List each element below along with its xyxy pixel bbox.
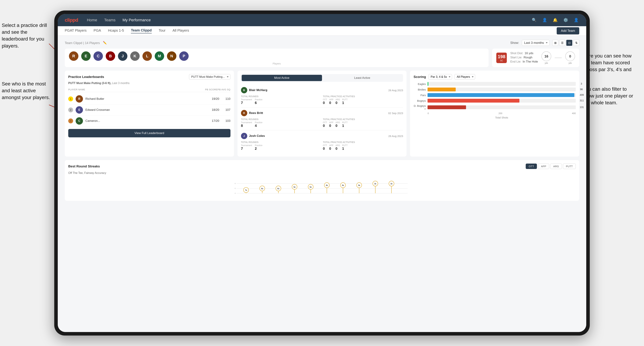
lb-avatar-2: E xyxy=(76,106,83,114)
svg-text:8: 8 xyxy=(235,183,236,184)
pac-tournament-2: Tournament 8 xyxy=(241,121,252,128)
bar-value-eagles: 3 xyxy=(581,82,582,85)
nav-bar: clippd Home Teams My Performance 🔍 👤 🔔 ⚙… xyxy=(58,14,586,26)
svg-text:3x: 3x xyxy=(390,183,392,185)
show-control: Show: Last 3 months Last month Last 6 mo… xyxy=(510,40,579,46)
bar-value-pars: 499 xyxy=(580,93,584,96)
pac-activities-2: Total Practice Activities OTT 0 APP 0 xyxy=(323,118,403,128)
view-list-btn[interactable]: ☰ xyxy=(559,40,565,46)
team-title: Team Clippd | 14 Players xyxy=(65,41,100,45)
streaks-subtitle: Off The Tee, Fairway Accuracy xyxy=(68,172,576,174)
view-grid-btn[interactable]: ⊞ xyxy=(552,40,558,46)
subnav-pga[interactable]: PGA xyxy=(94,28,101,33)
pac-player-2: R Rees Britt xyxy=(241,110,263,116)
svg-text:5x: 5x xyxy=(294,186,296,188)
pac-rounds-cols-2: Tournament 8 Practice 4 xyxy=(241,121,321,128)
annotation-right1: Here you can see how the team have score… xyxy=(583,52,639,80)
subnav-hcaps[interactable]: Hcaps 1-5 xyxy=(108,28,124,33)
avatar-1[interactable]: R xyxy=(69,51,78,61)
lb-score-3: 17/20 xyxy=(209,119,219,123)
bar-track-dbogeys: 131 xyxy=(428,105,576,109)
subnav-team-clippd[interactable]: Team Clippd xyxy=(131,28,152,33)
lb-name-3: Cameron... xyxy=(86,119,206,123)
streaks-filter-app[interactable]: APP xyxy=(538,164,549,169)
pac-stats-2: Total Rounds Tournament 8 Practice 4 xyxy=(241,118,403,128)
bar-row-birdies: Birdies 96 xyxy=(414,88,576,91)
profile-icon[interactable]: 👤 xyxy=(573,17,579,23)
svg-text:6: 6 xyxy=(235,187,236,189)
pac-practice-2: Practice 4 xyxy=(255,121,262,128)
lb-row-2: 2 E Edward Crossman 18/20 107 xyxy=(68,105,230,116)
shot-dist-row: Shot Dist: 16 yds xyxy=(510,51,538,55)
avatar-6[interactable]: K xyxy=(130,51,140,61)
edit-icon[interactable]: ✏️ xyxy=(103,41,107,45)
pac-putt-1: PUTT 1 xyxy=(342,98,348,105)
avatar-5[interactable]: J xyxy=(118,51,128,61)
nav-link-teams[interactable]: Teams xyxy=(104,18,116,22)
avatar-2[interactable]: E xyxy=(81,51,91,61)
lb-col-player: PLAYER NAME xyxy=(68,88,205,91)
view-leaderboard-button[interactable]: View Full Leaderboard xyxy=(68,129,230,137)
nav-link-home[interactable]: Home xyxy=(87,18,97,22)
pac-rounds-cols-3: Tournament 7 Practice 2 xyxy=(241,144,321,151)
lb-col-pb: PB SCORE xyxy=(205,88,218,91)
activity-tabs: Most Active Least Active xyxy=(241,74,403,82)
avatar-3[interactable]: C xyxy=(94,51,103,61)
bell-icon[interactable]: 🔔 xyxy=(552,17,558,23)
pac-date-3: 26 Aug 2023 xyxy=(388,135,403,138)
avatar-4[interactable]: B xyxy=(106,51,115,61)
pac-tournament-3: Tournament 7 xyxy=(241,144,252,151)
view-card-btn[interactable]: ⊡ xyxy=(566,40,572,46)
annotation-left2: See who is the most and least active amo… xyxy=(2,80,51,101)
lb-score-2: 18/20 xyxy=(209,108,219,112)
nav-link-performance[interactable]: My Performance xyxy=(122,18,151,22)
main-content: Team Clippd | 14 Players ✏️ Show: Last 3… xyxy=(58,36,586,332)
bar-row-bogeys: Bogeys 311 xyxy=(414,99,576,103)
pac-practice-3: Practice 2 xyxy=(255,144,262,151)
streaks-filters: OTT APP ARG PUTT xyxy=(526,164,576,169)
avatar-10[interactable]: P xyxy=(179,51,189,61)
subnav-tour[interactable]: Tour xyxy=(159,28,166,33)
person-icon[interactable]: 👤 xyxy=(542,17,548,23)
pac-arg-3: ARG 0 xyxy=(336,144,340,151)
bar-track-pars: 499 xyxy=(428,93,576,97)
scoring-filter-par[interactable]: Par 3, 4 & 5s xyxy=(428,74,452,79)
subnav-all-players[interactable]: All Players xyxy=(172,28,189,33)
pac-rounds-cols-1: Tournament 7 Practice 6 xyxy=(241,98,321,105)
scoring-filter-players[interactable]: All Players xyxy=(454,74,475,79)
tab-most-active[interactable]: Most Active xyxy=(242,75,322,81)
search-icon[interactable]: 🔍 xyxy=(531,17,537,23)
view-sort-btn[interactable]: ⇅ xyxy=(573,40,579,46)
drill-select[interactable]: PUTT Must Make Putting... xyxy=(189,74,230,79)
lb-col-avg: PB AVG SQ xyxy=(218,88,230,91)
pac-putt-3: PUTT 1 xyxy=(342,144,348,151)
show-select[interactable]: Last 3 months Last month Last 6 months xyxy=(522,40,550,46)
avatar-7[interactable]: L xyxy=(142,51,152,61)
nav-icons: 🔍 👤 🔔 ⚙️ 👤 xyxy=(531,17,579,23)
pac-avatar-2: R xyxy=(241,110,247,116)
avatar-8[interactable]: M xyxy=(155,51,164,61)
bar-value-dbogeys: 131 xyxy=(580,106,584,109)
pac-arg-2: ARG 0 xyxy=(336,121,340,128)
shot-card: 198 SC Shot Dist: 16 yds Start Lie: Roug… xyxy=(492,49,579,67)
bar-value-bogeys: 311 xyxy=(580,99,584,102)
tab-least-active[interactable]: Least Active xyxy=(322,75,402,81)
lb-name-1: Richard Butler xyxy=(86,97,206,101)
leaderboard-header: Practice Leaderboards PUTT Must Make Put… xyxy=(68,74,230,79)
pac-tournament-1: Tournament 7 xyxy=(241,98,252,105)
add-team-button[interactable]: Add Team xyxy=(557,27,579,34)
streaks-filter-ott[interactable]: OTT xyxy=(526,164,537,169)
subnav-pgat[interactable]: PGAT Players xyxy=(65,28,86,33)
bar-fill-bogeys xyxy=(428,99,520,103)
streaks-filter-putt[interactable]: PUTT xyxy=(563,164,576,169)
settings-icon[interactable]: ⚙️ xyxy=(562,17,569,23)
lb-avatar-1: R xyxy=(76,95,83,103)
streaks-filter-arg[interactable]: ARG xyxy=(550,164,562,169)
pac-header-3: J Josh Coles 26 Aug 2023 xyxy=(241,133,403,139)
avatar-9[interactable]: N xyxy=(167,51,176,61)
pac-player-1: B Blair McHarg xyxy=(241,87,268,93)
bar-label-eagles: Eagles xyxy=(414,82,426,85)
players-card: R E C B J K L M N P Players xyxy=(65,49,488,67)
bar-track-eagles: 3 xyxy=(428,82,576,86)
pac-activities-3: Total Practice Activities OTT 0 APP 0 xyxy=(323,141,403,151)
